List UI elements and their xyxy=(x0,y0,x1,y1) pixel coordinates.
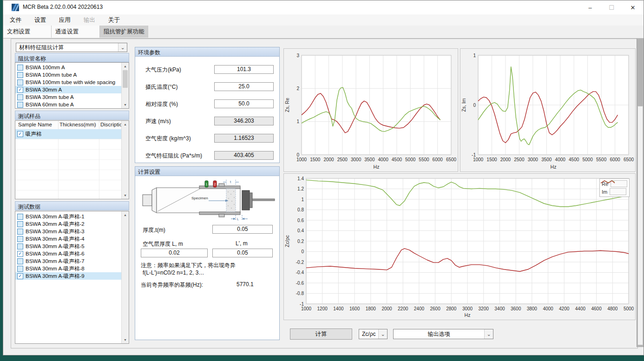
checkbox[interactable] xyxy=(17,243,23,249)
menu-bar: 文件 设置 应用 输出 关于 xyxy=(3,14,644,26)
scroll-up-icon[interactable]: ▲ xyxy=(122,211,129,218)
checkbox[interactable] xyxy=(17,65,23,71)
specimen-label: Specimen xyxy=(191,196,208,200)
svg-text:1800: 1800 xyxy=(366,306,376,311)
scroll-up-icon[interactable]: ▲ xyxy=(122,121,129,128)
tab-channel-settings[interactable]: 通道设置 xyxy=(52,26,100,38)
list-item[interactable]: ✓BSWA 30mm A-吸声棉-9 xyxy=(15,272,121,280)
chart-zc-container: 1000120014001600180020002200240026002800… xyxy=(283,173,636,320)
svg-text:4600: 4600 xyxy=(591,306,602,311)
sample-table: Sample Name Thickness(mm) Discription ✓吸… xyxy=(15,120,129,199)
data-list-scrollbar[interactable]: ▲ ▼ xyxy=(121,211,129,343)
list-item[interactable]: BSWA 100mm tube A xyxy=(15,71,121,79)
thickness-input[interactable]: 0.05 xyxy=(212,225,273,234)
svg-text:6500: 6500 xyxy=(446,157,457,162)
scroll-down-icon[interactable]: ▼ xyxy=(122,336,129,343)
checkbox[interactable] xyxy=(17,221,23,227)
air-layer-input[interactable]: 0.02 xyxy=(141,249,208,257)
chevron-down-icon[interactable]: ⌄ xyxy=(484,329,493,339)
checkbox[interactable] xyxy=(17,72,23,78)
scroll-up-icon[interactable]: ▲ xyxy=(122,63,129,70)
svg-text:3000: 3000 xyxy=(462,306,473,311)
env-field-label: 相对湿度 (%) xyxy=(145,100,178,108)
chevron-down-icon[interactable]: ⌄ xyxy=(378,329,387,339)
checkbox[interactable] xyxy=(17,102,23,108)
svg-text:0: 0 xyxy=(296,152,299,158)
checkbox[interactable]: ✓ xyxy=(17,87,23,93)
svg-text:3000: 3000 xyxy=(528,157,539,162)
chart-legend: Re Im xyxy=(599,178,630,197)
app-icon xyxy=(12,4,19,11)
tab-document-settings[interactable]: 文档设置 xyxy=(3,26,52,38)
chevron-down-icon[interactable]: ⌄ xyxy=(118,43,127,52)
output-options-dropdown[interactable]: 输出选项 ⌄ xyxy=(393,329,493,339)
env-field-label: 空气特征阻抗 (Pa*s/m) xyxy=(145,152,202,160)
env-field-input: 403.405 xyxy=(214,151,274,160)
checkbox[interactable]: ✓ xyxy=(17,131,23,137)
tab-bar: 文档设置 通道设置 阻抗管扩展功能 xyxy=(3,26,644,39)
list-item[interactable]: BSWA 30mm A-吸声棉-2 xyxy=(15,220,121,228)
menu-settings[interactable]: 设置 xyxy=(28,14,53,26)
svg-text:-1: -1 xyxy=(472,152,476,158)
env-field-input[interactable]: 25.0 xyxy=(214,82,274,91)
menu-file[interactable]: 文件 xyxy=(3,14,28,26)
svg-text:1200: 1200 xyxy=(317,306,328,311)
menu-about[interactable]: 关于 xyxy=(102,14,126,26)
checkbox[interactable]: ✓ xyxy=(17,251,23,257)
svg-text:1.4: 1.4 xyxy=(297,176,304,181)
svg-text:1000: 1000 xyxy=(473,157,484,162)
svg-text:1600: 1600 xyxy=(349,306,360,311)
unit-dropdown[interactable]: Zc/ρc ⌄ xyxy=(359,329,388,339)
env-field-input[interactable]: 101.3 xyxy=(214,65,274,74)
tube-list-header: 阻抗管名称 xyxy=(15,53,129,62)
calc-type-dropdown[interactable]: 材料特征阻抗计算 ⌄ xyxy=(16,43,127,52)
list-item[interactable]: BSWA 30mm A-吸声棉-3 xyxy=(15,228,121,235)
vertical-scrollbar[interactable] xyxy=(637,39,644,347)
svg-text:6500: 6500 xyxy=(624,157,634,162)
sample-table-scrollbar[interactable]: ▲ ▼ xyxy=(121,121,129,199)
checkbox[interactable] xyxy=(17,258,23,264)
tab-impedance-tube-extension[interactable]: 阻抗管扩展功能 xyxy=(100,26,148,38)
singular-freq-label: 当前奇异频率的基频(Hz): xyxy=(141,281,203,289)
checkbox[interactable]: ✓ xyxy=(17,273,23,279)
svg-text:1: 1 xyxy=(296,119,299,124)
table-row[interactable]: ✓吸声棉 xyxy=(15,129,121,139)
scrollbar-thumb[interactable] xyxy=(637,106,643,345)
checkbox[interactable] xyxy=(17,236,23,242)
list-item[interactable]: BSWA 30mm A-吸声棉-4 xyxy=(15,235,121,243)
column-description[interactable]: Discription xyxy=(99,121,121,129)
scroll-down-icon[interactable]: ▼ xyxy=(122,101,129,108)
calculate-button[interactable]: 计算 xyxy=(290,328,352,340)
column-thickness[interactable]: Thickness(mm) xyxy=(58,121,99,129)
note-line2: f(L-L')=nC0/2 n=1, 2, 3… xyxy=(143,269,204,276)
maximize-button[interactable]: ☐ xyxy=(601,0,622,14)
list-item[interactable]: BSWA 100mm tube with wide spacing xyxy=(15,79,121,86)
list-item[interactable]: BSWA 30mm A-吸声棉-1 xyxy=(15,213,121,220)
scroll-down-icon[interactable]: ▼ xyxy=(122,192,129,199)
list-item[interactable]: BSWA 30mm tube A xyxy=(15,93,121,101)
minimize-button[interactable]: – xyxy=(579,0,601,14)
list-item[interactable]: BSWA 60mm tube A xyxy=(15,101,121,108)
list-item[interactable]: BSWA 30mm A-吸声棉-5 xyxy=(15,243,121,250)
l-prime-input[interactable]: 0.05 xyxy=(212,249,273,257)
env-field-input[interactable]: 50.0 xyxy=(214,99,274,108)
scrollbar-thumb[interactable] xyxy=(123,70,128,88)
tube-list-scrollbar[interactable]: ▲ ▼ xyxy=(121,63,129,108)
column-sample-name[interactable]: Sample Name xyxy=(15,121,58,129)
close-button[interactable]: ✕ xyxy=(622,0,644,14)
list-item[interactable]: BSWA 30mm A-吸声棉-8 xyxy=(15,265,121,272)
window-title: MCR Beta 2.02.0.004 20220613 xyxy=(23,4,103,10)
list-item[interactable]: ✓BSWA 30mm A xyxy=(15,86,121,93)
svg-text:-0.6: -0.6 xyxy=(296,281,304,286)
svg-text:2000: 2000 xyxy=(381,306,392,311)
list-item[interactable]: BSWA 100mm A xyxy=(15,64,121,71)
menu-apply[interactable]: 应用 xyxy=(53,14,77,26)
checkbox[interactable] xyxy=(17,214,23,220)
list-item[interactable]: BSWA 30mm A-吸声棉-7 xyxy=(15,257,121,265)
env-field-input: 346.203 xyxy=(214,117,274,125)
list-item[interactable]: ✓BSWA 30mm A-吸声棉-6 xyxy=(15,250,121,257)
checkbox[interactable] xyxy=(17,94,23,100)
checkbox[interactable] xyxy=(17,79,23,85)
checkbox[interactable] xyxy=(17,266,23,272)
checkbox[interactable] xyxy=(17,229,23,235)
